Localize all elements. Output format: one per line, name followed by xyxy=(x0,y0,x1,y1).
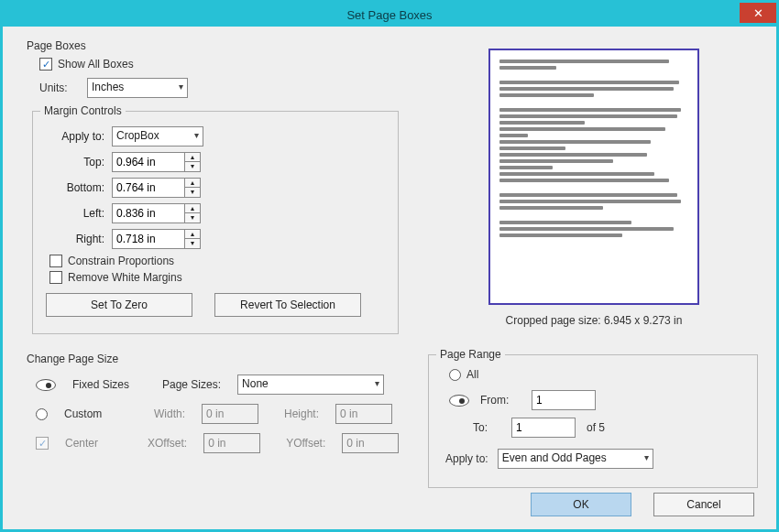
range-apply-to-select[interactable]: Even and Odd Pages xyxy=(498,449,653,469)
yoffset-input[interactable] xyxy=(342,433,399,453)
revert-label: Revert To Selection xyxy=(240,299,335,311)
left-spinner[interactable]: ▴▾ xyxy=(185,203,201,223)
set-to-zero-label: Set To Zero xyxy=(91,299,148,311)
custom-radio[interactable] xyxy=(36,408,48,420)
bottom-label: Bottom: xyxy=(46,181,112,194)
dialog-window: Set Page Boxes ✕ Page Boxes Show All Box… xyxy=(0,0,779,532)
close-icon: ✕ xyxy=(753,6,763,20)
left-label: Left: xyxy=(46,207,112,220)
width-label: Width: xyxy=(154,407,185,420)
of-total-label: of 5 xyxy=(587,421,605,434)
from-input[interactable] xyxy=(532,390,596,410)
to-input[interactable] xyxy=(511,418,576,438)
revert-to-selection-button[interactable]: Revert To Selection xyxy=(214,293,361,317)
change-page-size-heading: Change Page Size xyxy=(27,353,406,365)
fixed-sizes-label: Fixed Sizes xyxy=(72,378,146,391)
apply-to-value: CropBox xyxy=(116,129,159,142)
window-title: Set Page Boxes xyxy=(346,8,432,22)
units-select[interactable]: Inches xyxy=(87,78,188,98)
cancel-button[interactable]: Cancel xyxy=(653,493,754,516)
apply-to-label: Apply to: xyxy=(46,130,112,143)
set-to-zero-button[interactable]: Set To Zero xyxy=(46,293,192,317)
show-all-boxes-label: Show All Boxes xyxy=(58,58,134,71)
top-spinner[interactable]: ▴▾ xyxy=(185,152,201,172)
page-sizes-label: Page Sizes: xyxy=(162,378,221,391)
units-label: Units: xyxy=(39,81,82,94)
show-all-boxes-checkbox[interactable] xyxy=(39,58,52,71)
page-sizes-select[interactable]: None xyxy=(237,375,384,395)
from-label: From: xyxy=(480,394,521,407)
width-input[interactable] xyxy=(202,404,258,424)
top-label: Top: xyxy=(46,156,112,168)
titlebar: Set Page Boxes ✕ xyxy=(3,3,776,27)
height-label: Height: xyxy=(284,407,319,420)
xoffset-input[interactable] xyxy=(203,433,260,453)
units-value: Inches xyxy=(92,81,124,93)
custom-label: Custom xyxy=(64,407,137,420)
range-apply-to-label: Apply to: xyxy=(445,452,488,465)
constrain-proportions-label: Constrain Proportions xyxy=(68,255,174,267)
fixed-sizes-radio[interactable] xyxy=(36,379,56,391)
remove-white-margins-label: Remove White Margins xyxy=(68,271,182,284)
top-input[interactable] xyxy=(112,152,185,172)
yoffset-label: YOffset: xyxy=(286,437,325,450)
center-label: Center xyxy=(65,437,131,450)
page-preview xyxy=(488,49,699,305)
all-pages-radio[interactable] xyxy=(449,369,461,381)
range-apply-to-value: Even and Odd Pages xyxy=(502,451,607,464)
apply-to-select[interactable]: CropBox xyxy=(112,126,203,147)
right-label: Right: xyxy=(46,233,112,245)
cancel-label: Cancel xyxy=(686,498,720,511)
ok-button[interactable]: OK xyxy=(531,493,631,516)
height-input[interactable] xyxy=(335,404,392,424)
bottom-spinner[interactable]: ▴▾ xyxy=(185,178,201,198)
page-boxes-heading: Page Boxes xyxy=(27,39,411,52)
page-sizes-value: None xyxy=(242,377,269,390)
right-spinner[interactable]: ▴▾ xyxy=(185,229,201,249)
right-input[interactable] xyxy=(112,229,185,249)
preview-caption: Cropped page size: 6.945 x 9.273 in xyxy=(506,314,683,327)
to-label: To: xyxy=(473,421,500,434)
bottom-input[interactable] xyxy=(112,178,185,198)
from-pages-radio[interactable] xyxy=(449,395,469,407)
left-input[interactable] xyxy=(112,203,185,223)
ok-label: OK xyxy=(573,498,588,511)
close-button[interactable]: ✕ xyxy=(740,3,776,23)
all-pages-label: All xyxy=(466,368,478,381)
constrain-proportions-checkbox[interactable] xyxy=(49,255,62,267)
xoffset-label: XOffset: xyxy=(148,437,187,450)
remove-white-margins-checkbox[interactable] xyxy=(49,271,62,284)
center-checkbox[interactable] xyxy=(36,437,49,450)
page-range-legend: Page Range xyxy=(436,348,505,361)
margin-controls-legend: Margin Controls xyxy=(40,104,126,117)
